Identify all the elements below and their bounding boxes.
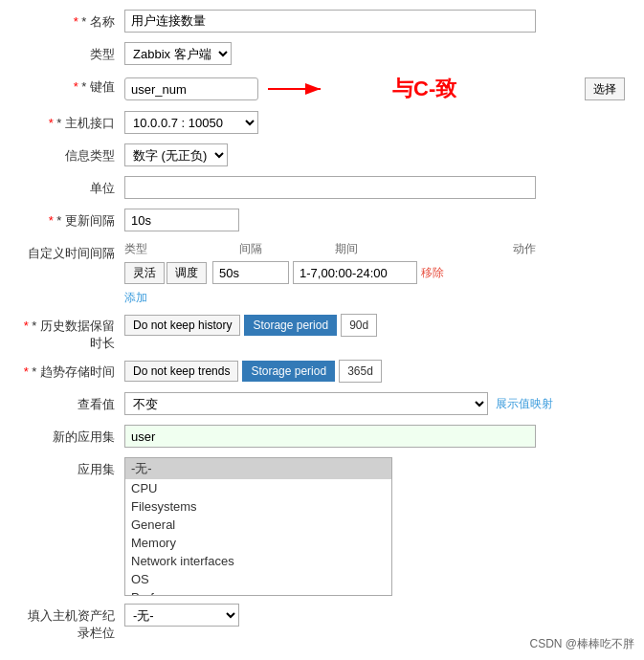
key-input-row: 与C-致 选择 [124,75,625,103]
trends-on-btn[interactable]: Storage period [242,361,335,382]
app-list-item-6[interactable]: OS [125,570,391,588]
custom-interval-label-text: 自定义时间间隔 [28,246,115,260]
history-on-btn[interactable]: Storage period [244,315,337,336]
asset-label-text: 填入主机资产纪录栏位 [28,608,115,640]
query-row: 查看值 不变 展示值映射 [19,392,625,417]
info-type-control: 数字 (无正负) [124,143,625,166]
key-input-wrap [124,77,258,100]
ci-add-link[interactable]: 添加 [124,290,147,306]
interface-row: * * 主机接口 10.0.0.7 : 10050 [19,111,625,136]
app-row: 应用集 -无-CPUFilesystemsGeneralMemoryNetwor… [19,457,625,596]
annotation-arrow-svg [258,75,335,103]
interface-label: * * 主机接口 [19,111,124,132]
asset-label: 填入主机资产纪录栏位 [19,604,124,642]
history-off-btn[interactable]: Do not keep history [124,315,240,336]
ci-scheduled-btn[interactable]: 调度 [167,262,207,284]
ci-flexible-btn[interactable]: 灵活 [124,262,165,284]
key-label-text: * 键值 [81,79,115,94]
new-app-label: 新的应用集 [19,425,124,446]
app-list-item-1[interactable]: CPU [125,479,391,497]
app-list-item-5[interactable]: Network interfaces [125,552,391,570]
ci-remove-link[interactable]: 移除 [421,265,444,281]
interface-control: 10.0.0.7 : 10050 [124,111,625,134]
type-label-text: 类型 [90,47,115,61]
annotation-text: 与C-致 [392,75,456,103]
ci-header: 类型 间隔 期间 动作 [124,241,625,257]
info-type-label: 信息类型 [19,143,124,165]
ci-col-type: 类型 [124,241,239,257]
update-label: * * 更新间隔 [19,209,124,230]
interface-select[interactable]: 10.0.0.7 : 10050 [124,111,258,134]
trends-control: Do not keep trends Storage period 365d [124,360,625,383]
info-type-select[interactable]: 数字 (无正负) [124,143,228,166]
value-map-link[interactable]: 展示值映射 [496,396,553,412]
unit-row: 单位 [19,176,625,201]
ci-interval-input[interactable] [212,261,289,284]
key-input[interactable] [124,77,258,100]
watermark: CSDN @棒棒吃不胖 [529,636,634,652]
key-label: * * 键值 [19,75,124,96]
ci-add-wrap: 添加 [124,288,625,306]
app-list-item-4[interactable]: Memory [125,534,391,552]
trends-off-btn[interactable]: Do not keep trends [124,361,238,382]
app-control: -无-CPUFilesystemsGeneralMemoryNetwork in… [124,457,625,596]
history-value: 90d [341,314,377,337]
ci-period-input[interactable] [293,261,417,284]
trends-value: 365d [339,360,382,383]
unit-control [124,176,625,199]
asset-select[interactable]: -无- [124,604,239,627]
update-input[interactable] [124,209,239,231]
name-row: * * 名称 [19,10,625,34]
key-row: * * 键值 与C-致 选择 [19,75,625,103]
info-type-row: 信息类型 数字 (无正负) [19,143,625,168]
ci-data-row: 灵活 调度 移除 [124,261,625,284]
trends-row: * * 趋势存储时间 Do not keep trends Storage pe… [19,360,625,385]
update-row: * * 更新间隔 [19,209,625,233]
app-listbox[interactable]: -无-CPUFilesystemsGeneralMemoryNetwork in… [124,457,392,596]
custom-interval-control: 类型 间隔 期间 动作 灵活 调度 移除 添加 [124,241,625,306]
asset-control: -无- [124,604,625,627]
name-control [124,10,625,33]
key-control: 与C-致 选择 [124,75,625,103]
app-list-item-0[interactable]: -无- [125,458,391,479]
new-app-label-text: 新的应用集 [53,429,115,444]
query-control: 不变 展示值映射 [124,392,625,415]
history-control: Do not keep history Storage period 90d [124,314,625,337]
app-list-item-2[interactable]: Filesystems [125,497,391,516]
history-label: * * 历史数据保留时长 [19,314,124,352]
new-app-input[interactable] [124,425,536,448]
info-type-label-text: 信息类型 [65,148,115,163]
unit-label: 单位 [19,176,124,197]
update-label-text: * 更新间隔 [56,213,115,228]
query-select[interactable]: 不变 [124,392,488,415]
app-label: 应用集 [19,457,124,478]
name-label-text: * 名称 [81,14,115,29]
type-label: 类型 [19,42,124,63]
new-app-control [124,425,625,448]
name-label: * * 名称 [19,10,124,31]
history-row: * * 历史数据保留时长 Do not keep history Storage… [19,314,625,352]
ci-col-period: 期间 [335,241,478,257]
app-list-item-7[interactable]: Performance [125,588,391,596]
form-container: * * 名称 类型 Zabbix 客户端 * * 键值 [0,0,644,659]
trends-label-text: * 趋势存储时间 [32,364,115,379]
type-select[interactable]: Zabbix 客户端 [124,42,232,65]
unit-label-text: 单位 [90,181,115,195]
type-row: 类型 Zabbix 客户端 [19,42,625,67]
custom-interval-row: 自定义时间间隔 类型 间隔 期间 动作 灵活 调度 移除 添加 [19,241,625,306]
custom-interval-label: 自定义时间间隔 [19,241,124,262]
ci-col-action: 动作 [478,241,536,257]
interface-label-text: * 主机接口 [56,116,115,130]
select-button[interactable]: 选择 [585,77,625,100]
name-input[interactable] [124,10,536,33]
query-label-text: 查看值 [78,397,115,411]
type-control: Zabbix 客户端 [124,42,625,65]
ci-col-interval: 间隔 [239,241,335,257]
app-label-text: 应用集 [78,462,115,476]
trends-label: * * 趋势存储时间 [19,360,124,381]
update-control [124,209,625,231]
history-label-text: * 历史数据保留时长 [32,319,115,350]
new-app-row: 新的应用集 [19,425,625,450]
app-list-item-3[interactable]: General [125,516,391,534]
unit-input[interactable] [124,176,536,199]
